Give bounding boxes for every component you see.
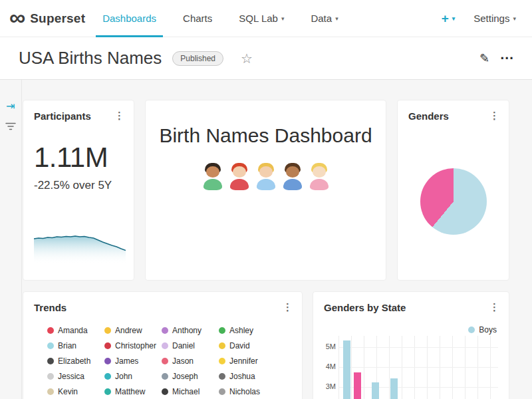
- gridline: [338, 367, 498, 368]
- legend-item-nicholas[interactable]: Nicholas: [219, 387, 276, 396]
- headline-card: Birth Names Dashboard: [145, 100, 386, 281]
- legend-item-james[interactable]: James: [104, 356, 162, 366]
- child-emoji-figure: [255, 163, 277, 190]
- legend-label[interactable]: Boys: [479, 325, 497, 334]
- figure-face: [313, 166, 326, 178]
- y-axis-tick: 5M: [319, 342, 336, 350]
- child-emoji-figure: [282, 163, 303, 190]
- figure-face: [286, 166, 299, 178]
- kebab-menu-icon[interactable]: ⋮: [489, 110, 499, 120]
- edit-pencil-icon[interactable]: ✎: [479, 51, 489, 66]
- legend-dot: [219, 327, 225, 334]
- legend-dot: [162, 358, 168, 364]
- gridline: [338, 387, 498, 388]
- legend-item-brian[interactable]: Brian: [47, 341, 104, 350]
- legend-item-jason[interactable]: Jason: [162, 356, 219, 366]
- page-title: USA Births Names: [19, 48, 162, 68]
- bar-boys[interactable]: [343, 340, 350, 399]
- dashboard-content: ⇥ Participants ⋮ 1.11M -22.5% over 5Y: [0, 80, 532, 399]
- legend-label: Ashley: [229, 326, 253, 335]
- expand-filter-bar-icon[interactable]: ⇥: [6, 100, 15, 112]
- top-navbar: ∞ Superset Dashboards Charts SQL Lab▾ Da…: [0, 0, 532, 37]
- legend-dot: [47, 327, 54, 334]
- legend-item-joseph[interactable]: Joseph: [162, 372, 219, 381]
- legend-item-anthony[interactable]: Anthony: [162, 326, 219, 335]
- card-title: Participants: [34, 110, 91, 122]
- settings-label: Settings: [473, 13, 509, 24]
- nav-data[interactable]: Data▾: [308, 0, 340, 37]
- big-number-value: 1.11M: [23, 122, 134, 174]
- legend-dot: [219, 342, 225, 349]
- legend-dot: [162, 373, 168, 380]
- legend-item-michael[interactable]: Michael: [162, 387, 219, 396]
- nav-charts[interactable]: Charts: [180, 0, 215, 37]
- legend-dot: [162, 327, 168, 334]
- legend-item-jennifer[interactable]: Jennifer: [219, 356, 276, 366]
- legend-item-jessica[interactable]: Jessica: [47, 372, 104, 381]
- legend-item-andrew[interactable]: Andrew: [104, 326, 162, 335]
- legend-label: Jessica: [58, 372, 84, 381]
- legend-item-elizabeth[interactable]: Elizabeth: [47, 356, 104, 366]
- superset-logo[interactable]: ∞ Superset: [0, 9, 100, 29]
- legend-label: Kevin: [58, 387, 78, 396]
- legend-dot: [47, 373, 54, 380]
- bar-boys[interactable]: [390, 378, 398, 399]
- legend-item-matthew[interactable]: Matthew: [104, 387, 162, 396]
- nav-dashboards[interactable]: Dashboards: [100, 0, 159, 37]
- legend-label: Jason: [172, 356, 194, 366]
- kebab-menu-icon[interactable]: ⋮: [489, 302, 499, 312]
- legend-item-christopher[interactable]: Christopher: [104, 341, 162, 350]
- new-item-button[interactable]: +▾: [442, 11, 456, 26]
- legend-dot: [219, 373, 225, 380]
- children-emoji-row: [146, 163, 386, 190]
- nav-sql-lab[interactable]: SQL Lab▾: [236, 0, 287, 37]
- legend-label: Christopher: [115, 341, 156, 350]
- legend-dot: [162, 388, 168, 395]
- kebab-menu-icon[interactable]: ⋮: [114, 110, 124, 120]
- favorite-star-icon[interactable]: ☆: [241, 51, 253, 66]
- legend-label: Brian: [58, 341, 76, 350]
- legend-label: Joshua: [229, 372, 255, 381]
- legend-item-ashley[interactable]: Ashley: [219, 326, 276, 335]
- card-title: Genders: [408, 110, 449, 122]
- trends-legend: AmandaAndrewAnthonyAshleyBrianChristophe…: [23, 313, 302, 399]
- plus-icon: +: [442, 11, 449, 26]
- legend-item-kevin[interactable]: Kevin: [47, 387, 104, 396]
- genders-card: Genders ⋮: [397, 100, 509, 281]
- legend-label: James: [115, 356, 138, 366]
- genders-by-state-card: Genders by State ⋮ Boys 5M4M3M: [313, 291, 509, 399]
- navbar-right: +▾ Settings▾: [442, 11, 532, 26]
- legend-label: Michael: [172, 387, 200, 396]
- legend-label: Anthony: [172, 326, 201, 335]
- brand-name: Superset: [30, 11, 85, 26]
- settings-menu[interactable]: Settings▾: [473, 13, 516, 24]
- legend-label: Andrew: [115, 326, 142, 335]
- legend-item-david[interactable]: David: [219, 341, 276, 350]
- legend-label: Matthew: [115, 387, 145, 396]
- legend-item-joshua[interactable]: Joshua: [219, 372, 276, 381]
- legend-label: Jennifer: [229, 356, 258, 366]
- chart-legend: Boys: [468, 325, 497, 334]
- legend-dot: [47, 358, 54, 364]
- legend-item-amanda[interactable]: Amanda: [47, 326, 104, 335]
- more-options-icon[interactable]: ⋯: [500, 54, 515, 63]
- legend-dot: [47, 388, 54, 395]
- gridline: [338, 347, 498, 348]
- header-actions: ✎ ⋯: [479, 51, 532, 66]
- bar-girls[interactable]: [354, 372, 361, 399]
- child-emoji-figure: [229, 163, 250, 190]
- legend-item-john[interactable]: John: [104, 372, 162, 381]
- genders-pie-chart[interactable]: [420, 168, 487, 235]
- figure-face: [233, 166, 246, 178]
- bar-boys[interactable]: [372, 382, 379, 399]
- legend-dot: [104, 358, 111, 364]
- status-badge[interactable]: Published: [172, 51, 223, 66]
- legend-label: Nicholas: [229, 387, 260, 396]
- filter-icon[interactable]: [5, 122, 16, 131]
- caret-down-icon: ▾: [452, 15, 456, 22]
- kebab-menu-icon[interactable]: ⋮: [283, 302, 293, 312]
- legend-item-daniel[interactable]: Daniel: [162, 341, 219, 350]
- trend-label: -22.5% over 5Y: [23, 174, 134, 192]
- figure-body: [310, 179, 329, 190]
- card-title: Trends: [34, 302, 66, 313]
